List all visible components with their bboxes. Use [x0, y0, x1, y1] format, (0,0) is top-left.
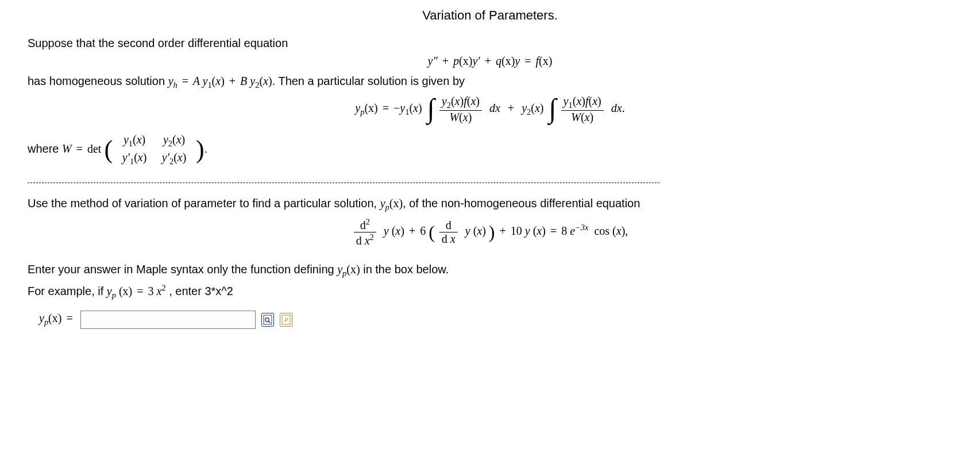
- preview-icon[interactable]: [261, 313, 274, 327]
- answer-label: yp(x) =: [39, 312, 75, 327]
- intro-text: Suppose that the second order differenti…: [28, 37, 952, 50]
- svg-text:P: P: [283, 316, 288, 323]
- answer-input[interactable]: [80, 311, 256, 329]
- instruction-enter: Enter your answer in Maple syntax only t…: [28, 263, 952, 278]
- wronskian-line: where W = det ( y1(x) y2(x) y′1(x) y′2(x…: [28, 131, 952, 169]
- yp-formula: yp(x) = −y1(x) ∫ y2(x)f(x) W(x) dx + y2(…: [28, 95, 952, 124]
- page-title: Variation of Parameters.: [28, 8, 952, 23]
- divider: [28, 183, 659, 183]
- equation-help-icon[interactable]: P: [280, 313, 292, 327]
- ode-equation: y″ + p(x)y′ + q(x)y = f(x): [28, 55, 952, 68]
- answer-row: yp(x) = P: [39, 311, 952, 329]
- instruction-example: For example, if yp (x) = 3 x2 , enter 3*…: [28, 283, 952, 300]
- task-prompt: Use the method of variation of parameter…: [28, 197, 952, 212]
- svg-line-2: [268, 321, 270, 323]
- homogeneous-line: has homogeneous solution yh = A y1(x) + …: [28, 75, 952, 90]
- task-ode: d2 d x2 y (x) + 6 ( d d x y (x) ) + 10 y…: [28, 217, 952, 247]
